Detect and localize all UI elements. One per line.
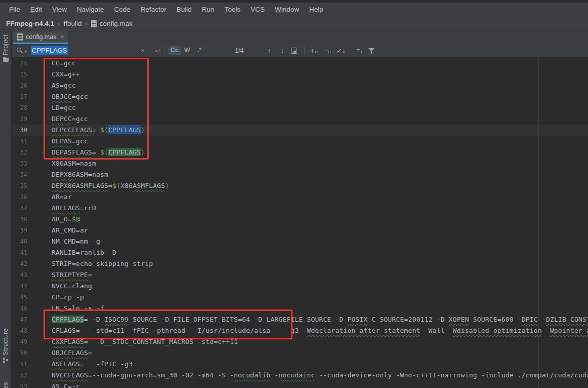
code-line[interactable]: AR=ar: [52, 191, 588, 203]
select-all-occurrences-icon[interactable]: ✓II: [334, 44, 348, 57]
search-input[interactable]: CPPFLAGS: [31, 47, 68, 54]
left-tool-stripe: Project Structure Favorites: [0, 31, 11, 388]
previous-occurrence-icon[interactable]: ↑: [265, 44, 274, 57]
code-line[interactable]: CP=cp -p: [52, 292, 588, 303]
breadcrumb-folder[interactable]: ffbuild: [64, 20, 82, 27]
line-number: 47: [12, 314, 27, 325]
code-line[interactable]: AS_C=-c: [52, 381, 588, 388]
code-line[interactable]: CC=gcc: [52, 58, 588, 69]
code-line[interactable]: DEPX86ASMFLAGS=$(X86ASMFLAGS): [52, 180, 588, 191]
separator: [350, 47, 350, 55]
next-occurrence-icon[interactable]: ↓: [278, 44, 287, 57]
menu-item-refactor[interactable]: Refactor: [136, 3, 172, 16]
menu-item-build[interactable]: Build: [172, 3, 197, 16]
search-icon[interactable]: [16, 47, 24, 55]
code-line[interactable]: CPPFLAGS= -D_ISOC99_SOURCE -D_FILE_OFFSE…: [52, 314, 588, 325]
menu-item-run[interactable]: Run: [197, 3, 220, 16]
code-line[interactable]: AR_O=$@: [52, 214, 588, 225]
code-line[interactable]: STRIPTYPE=: [52, 269, 588, 281]
code-line[interactable]: DEPCC=gcc: [52, 113, 588, 125]
code-line[interactable]: NVCCFLAGS=--cuda-gpu-arch=sm_30 -O2 -m64…: [52, 370, 588, 381]
breadcrumb-file[interactable]: config.mak: [100, 20, 133, 27]
code-line[interactable]: ASFLAGS= -fPIC -g3: [52, 359, 588, 370]
code-line[interactable]: X86ASM=nasm: [52, 158, 588, 169]
line-number: 41: [12, 247, 27, 258]
code-line[interactable]: CXX=g++: [52, 69, 588, 80]
tab-label: config.mak: [26, 33, 56, 41]
chevron-right-icon: ›: [58, 20, 60, 27]
filter-search-results-icon[interactable]: ≡I: [354, 44, 365, 57]
project-folder-icon: [3, 58, 9, 62]
code-line[interactable]: LD=gcc: [52, 102, 588, 113]
tool-button-structure[interactable]: Structure: [0, 328, 11, 363]
menu-item-window[interactable]: Window: [270, 3, 304, 16]
regex-toggle[interactable]: .*: [195, 46, 203, 55]
clear-search-icon[interactable]: ×: [141, 47, 145, 54]
tool-button-favorites[interactable]: Favorites: [0, 382, 11, 388]
menu-item-edit[interactable]: Edit: [25, 3, 47, 16]
line-number: 32: [12, 147, 27, 158]
file-icon: [17, 33, 23, 41]
search-history-arrow-icon[interactable]: ▾: [25, 49, 27, 54]
code-line[interactable]: ARFLAGS=rcD: [52, 203, 588, 214]
words-toggle[interactable]: W: [182, 46, 192, 55]
code-line[interactable]: AS=gcc: [52, 80, 588, 91]
find-toolbar: ▾ CPPFLAGS × ↵ Cc W .* 1/4 ↑ ↓ +II −II ✓…: [12, 44, 588, 57]
match-case-toggle[interactable]: Cc: [169, 46, 181, 55]
code-line[interactable]: CFLAGS= -std=c11 -fPIC -pthread -I/usr/i…: [52, 325, 588, 336]
line-number: 46: [12, 303, 27, 314]
menu-item-navigate[interactable]: Navigate: [72, 3, 109, 16]
code-line[interactable]: DEPAS=gcc: [52, 136, 588, 147]
line-number: 43: [12, 269, 27, 281]
chevron-right-icon: ›: [85, 20, 87, 27]
separator: [304, 47, 305, 55]
menu-bar: FileEditViewNavigateCodeRefactorBuildRun…: [0, 3, 588, 16]
code-line[interactable]: OBJCC=gcc: [52, 91, 588, 102]
line-number: 25: [12, 69, 27, 80]
tab-config-mak[interactable]: config.mak ×: [13, 31, 68, 44]
open-in-find-window-icon[interactable]: [291, 48, 297, 54]
line-number: 26: [12, 80, 27, 91]
line-number: 30: [12, 125, 27, 136]
remove-occurrence-icon[interactable]: −II: [321, 44, 333, 57]
code-line[interactable]: CXXFLAGS= -D__STDC_CONSTANT_MACROS -std=…: [52, 336, 588, 347]
code-line[interactable]: AR_CMD=ar: [52, 225, 588, 236]
new-line-icon[interactable]: ↵: [155, 47, 161, 55]
code-line[interactable]: DEPCCFLAGS= $(CPPFLAGS): [52, 125, 588, 136]
line-number: 44: [12, 281, 27, 292]
code-line[interactable]: NM_CMD=nm -g: [52, 236, 588, 247]
code-line[interactable]: OBJCFLAGS=: [52, 347, 588, 359]
line-number: 28: [12, 102, 27, 113]
line-number: 53: [12, 381, 27, 388]
tool-button-project[interactable]: Project: [0, 34, 11, 62]
breadcrumb-project[interactable]: FFmpeg-n4.4.1: [6, 20, 54, 27]
code-line[interactable]: NVCC=clang: [52, 281, 588, 292]
menu-item-help[interactable]: Help: [304, 3, 328, 16]
breadcrumb: FFmpeg-n4.4.1 › ffbuild › config.mak: [0, 16, 588, 31]
line-number: 34: [12, 169, 27, 180]
menu-item-tools[interactable]: Tools: [220, 3, 246, 16]
line-number: 40: [12, 236, 27, 247]
search-query-text: CPPFLAGS: [31, 46, 68, 55]
code-line[interactable]: DEPX86ASM=nasm: [52, 169, 588, 180]
separator: [164, 47, 165, 55]
filter-icon[interactable]: [368, 48, 374, 54]
line-number: 48: [12, 325, 27, 336]
code-line[interactable]: DEPASFLAGS= $(CPPFLAGS): [52, 147, 588, 158]
code-editor[interactable]: 2425262728293031323334353637383940414243…: [12, 57, 588, 388]
code-line[interactable]: STRIP=echo skipping strip: [52, 258, 588, 269]
main-area: Project Structure Favorites config.mak ×: [0, 31, 588, 388]
menu-item-view[interactable]: View: [47, 3, 72, 16]
ide-window: FileEditViewNavigateCodeRefactorBuildRun…: [0, 0, 588, 388]
code-line[interactable]: LN_S=ln -s -f: [52, 303, 588, 314]
tab-close-icon[interactable]: ×: [60, 33, 64, 41]
menu-item-file[interactable]: File: [4, 3, 25, 16]
line-number: 33: [12, 158, 27, 169]
add-occurrence-icon[interactable]: +II: [308, 44, 320, 57]
line-number: 29: [12, 113, 27, 125]
tool-button-favorites-label: Favorites: [2, 382, 9, 388]
line-number: 36: [12, 191, 27, 203]
code-line[interactable]: RANLIB=ranlib -D: [52, 247, 588, 258]
menu-item-code[interactable]: Code: [109, 3, 135, 16]
menu-item-vcs[interactable]: VCS: [245, 3, 270, 16]
